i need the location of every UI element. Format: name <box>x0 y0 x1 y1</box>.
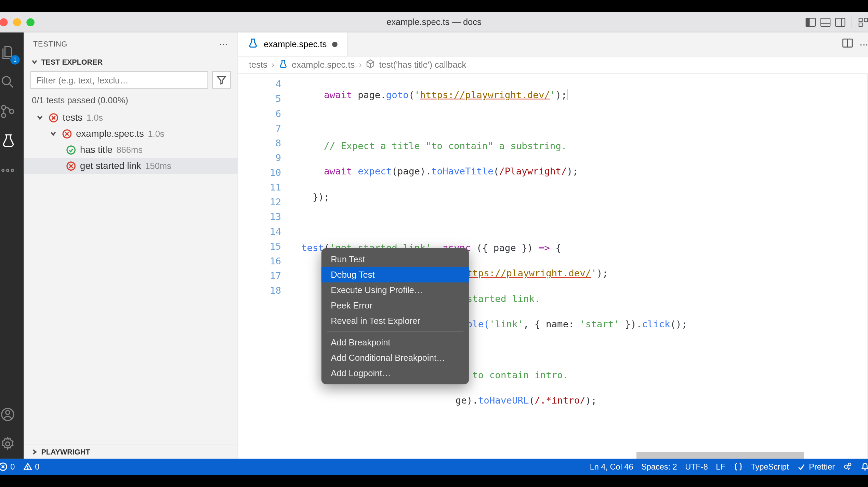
code-line <box>301 419 868 433</box>
chevron-down-icon <box>36 114 44 122</box>
more-actions-icon[interactable]: ··· <box>859 38 868 50</box>
tree-time: 1.0s <box>87 113 103 122</box>
svg-point-9 <box>2 77 11 85</box>
status-errors[interactable]: 0 <box>0 462 15 471</box>
activity-accounts[interactable] <box>0 400 24 429</box>
line-number: 10 <box>238 165 281 180</box>
svg-line-10 <box>10 84 13 88</box>
beaker-icon <box>278 59 288 70</box>
window-close[interactable] <box>0 18 8 26</box>
context-menu-item[interactable]: Add Conditional Breakpoint… <box>321 350 469 366</box>
context-menu: Run TestDebug TestExecute Using Profile…… <box>321 248 469 384</box>
activity-testing[interactable] <box>0 126 24 156</box>
line-number: 9 <box>238 150 281 165</box>
activity-explorer[interactable]: 1 <box>0 38 24 67</box>
context-menu-item[interactable]: Execute Using Profile… <box>321 282 469 298</box>
tree-row-get-started[interactable]: get started link 150ms <box>24 158 237 174</box>
context-menu-item[interactable]: Add Logpoint… <box>321 366 469 381</box>
status-braces-icon[interactable] <box>733 462 742 471</box>
tree-time: 150ms <box>145 161 171 171</box>
status-encoding[interactable]: UTF-8 <box>685 462 708 471</box>
context-menu-item[interactable]: Add Breakpoint <box>321 335 469 350</box>
status-prettier[interactable]: Prettier <box>797 462 835 471</box>
breadcrumbs[interactable]: tests › example.spec.ts › test('has titl… <box>238 56 868 74</box>
svg-rect-1 <box>806 18 810 26</box>
tree-row-file[interactable]: example.spec.ts 1.0s <box>24 126 237 142</box>
line-number: 12 <box>238 195 281 209</box>
editor-tabs: example.spec.ts ··· <box>238 32 868 57</box>
svg-point-19 <box>6 442 10 446</box>
tree-row-tests[interactable]: tests 1.0s <box>24 109 237 126</box>
activity-more[interactable] <box>0 156 24 185</box>
code-line <box>301 215 868 229</box>
explorer-badge: 1 <box>10 55 19 64</box>
filter-input[interactable] <box>30 71 208 89</box>
filter-button[interactable] <box>212 71 231 89</box>
chevron-down-icon <box>49 130 57 138</box>
toggle-primary-sidebar-icon[interactable] <box>805 17 817 27</box>
status-warnings[interactable]: 0 <box>23 462 39 471</box>
section-label: PLAYWRIGHT <box>41 448 90 456</box>
titlebar-separator <box>852 17 852 27</box>
svg-point-29 <box>845 465 848 469</box>
window-zoom[interactable] <box>26 18 35 26</box>
context-menu-separator <box>327 331 463 332</box>
context-menu-item[interactable]: Peek Error <box>321 298 469 313</box>
line-number: 11 <box>238 180 281 195</box>
sidebar-title: TESTING ··· <box>24 32 237 55</box>
line-number: 13 <box>238 209 281 224</box>
sidebar-more-icon[interactable]: ··· <box>219 38 228 49</box>
status-language[interactable]: TypeScript <box>751 462 789 471</box>
gutter: 4 5 6 7 8 9 10 11 12 13 14 15 16 17 18 <box>238 74 288 459</box>
breadcrumb-item[interactable]: example.spec.ts <box>292 60 355 70</box>
playwright-section-header[interactable]: PLAYWRIGHT <box>24 445 237 459</box>
line-number: 7 <box>238 121 281 135</box>
svg-point-18 <box>6 410 10 414</box>
line-number: 17 <box>238 268 281 283</box>
status-cursor[interactable]: Ln 4, Col 46 <box>590 462 633 471</box>
toggle-panel-icon[interactable] <box>819 17 831 27</box>
titlebar: example.spec.ts — docs <box>0 12 868 32</box>
breadcrumb-item[interactable]: tests <box>249 60 267 70</box>
context-menu-item[interactable]: Run Test <box>321 252 469 267</box>
svg-point-11 <box>2 105 6 109</box>
customize-layout-icon[interactable] <box>858 17 868 27</box>
status-eol[interactable]: LF <box>716 462 725 471</box>
svg-point-15 <box>6 169 9 171</box>
line-number: 5 <box>238 91 281 106</box>
tree-label: example.spec.ts <box>76 128 144 139</box>
breadcrumb-item[interactable]: test('has title') callback <box>379 60 466 70</box>
code-line <box>301 113 868 128</box>
filter-row <box>24 68 237 91</box>
tree-label: get started link <box>80 160 141 171</box>
line-number: 6 <box>238 106 281 121</box>
tab-example-spec[interactable]: example.spec.ts <box>238 32 347 56</box>
status-feedback-icon[interactable] <box>843 462 852 471</box>
fail-icon <box>61 128 72 139</box>
traffic-lights <box>0 18 35 26</box>
line-number: 4 <box>238 77 281 91</box>
test-explorer-header[interactable]: TEST EXPLORER <box>24 55 237 68</box>
toggle-secondary-sidebar-icon[interactable] <box>834 17 846 27</box>
context-menu-item[interactable]: Reveal in Test Explorer <box>321 313 469 329</box>
tree-row-has-title[interactable]: has title 866ms <box>24 142 237 158</box>
status-indent[interactable]: Spaces: 2 <box>641 462 677 471</box>
status-prettier-label: Prettier <box>809 462 835 471</box>
chevron-right-icon <box>30 448 39 456</box>
activity-bar: 1 <box>0 32 24 459</box>
svg-rect-7 <box>864 18 868 21</box>
status-bell-icon[interactable] <box>860 462 868 471</box>
context-menu-item[interactable]: Debug Test <box>321 267 469 282</box>
horizontal-scrollbar[interactable] <box>636 452 804 459</box>
activity-search[interactable] <box>0 67 24 97</box>
tab-label: example.spec.ts <box>264 39 327 49</box>
test-summary: 0/1 tests passed (0.00%) <box>24 91 237 109</box>
activity-settings[interactable] <box>0 429 24 459</box>
testing-sidebar: TESTING ··· TEST EXPLORER 0/1 tests pass… <box>24 32 238 459</box>
activity-source-control[interactable] <box>0 97 24 126</box>
window-minimize[interactable] <box>13 18 21 26</box>
code-line: ge).toHaveURL(/.*intro/); <box>301 393 868 408</box>
section-label: TEST EXPLORER <box>41 58 103 66</box>
pass-icon <box>65 144 76 155</box>
split-editor-icon[interactable] <box>842 38 853 50</box>
